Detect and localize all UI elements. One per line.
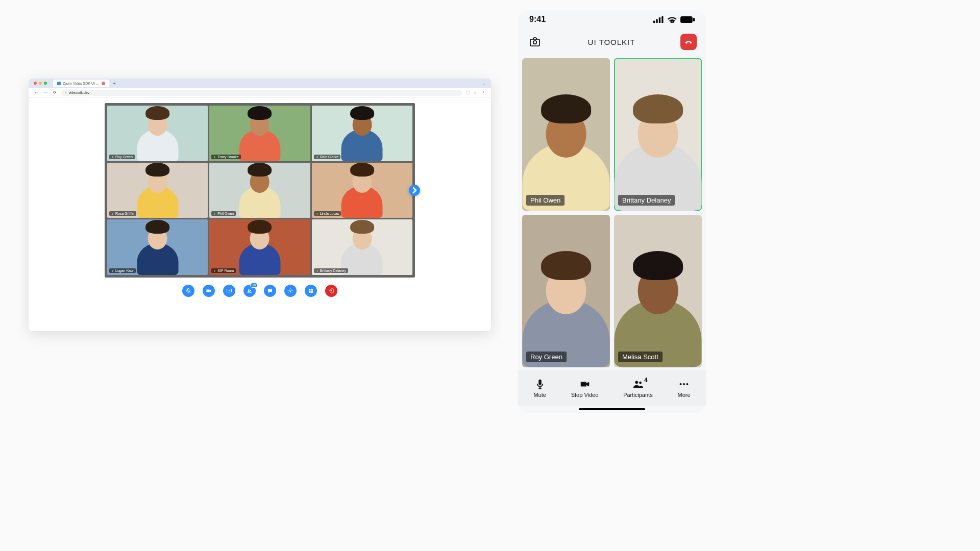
svg-rect-14 xyxy=(530,39,540,46)
svg-rect-12 xyxy=(680,16,693,23)
flip-camera-button[interactable] xyxy=(527,34,543,49)
svg-rect-6 xyxy=(309,291,311,293)
chat-button[interactable] xyxy=(264,285,276,297)
svg-rect-16 xyxy=(538,380,542,385)
stop-video-button[interactable]: Stop Video xyxy=(571,379,599,398)
mic-status-icon xyxy=(111,269,114,272)
participant-name: Logan Kaur xyxy=(115,269,134,272)
phone-video-tile[interactable]: Melisa Scott xyxy=(614,215,702,367)
participants-button-mobile[interactable]: 4 Participants xyxy=(623,379,652,398)
share-screen-button[interactable] xyxy=(223,285,235,297)
participant-name: Roy Green xyxy=(115,155,133,159)
mic-status-icon xyxy=(316,156,318,158)
browser-address-bar: ← → ⟳ ▫ videosdk.dev ⬚ ☆ ⋮ xyxy=(29,88,491,98)
bookmark-star-icon[interactable]: ☆ xyxy=(473,90,477,95)
svg-rect-7 xyxy=(311,291,313,293)
chat-icon xyxy=(267,288,273,294)
participant-name-tag: Brittany Delaney xyxy=(314,268,348,273)
view-layout-button[interactable] xyxy=(305,285,317,297)
forward-button[interactable]: → xyxy=(43,90,48,95)
chevron-right-icon xyxy=(409,185,420,196)
back-button[interactable]: ← xyxy=(34,90,39,95)
stop-video-label: Stop Video xyxy=(571,392,599,398)
mic-status-icon xyxy=(213,269,216,272)
browser-tab[interactable]: Zoom Video SDK UI tool… xyxy=(53,80,109,87)
phone-video-tile[interactable]: Roy Green xyxy=(522,215,610,367)
svg-rect-5 xyxy=(311,289,313,291)
mic-status-icon xyxy=(316,212,318,215)
install-app-icon[interactable]: ⬚ xyxy=(466,90,470,95)
tab-title: Zoom Video SDK UI tool… xyxy=(63,82,100,85)
svg-rect-11 xyxy=(662,16,663,23)
mic-toggle-button[interactable] xyxy=(182,285,194,297)
participants-label: Participants xyxy=(623,392,652,398)
settings-button[interactable] xyxy=(284,285,297,297)
gear-icon xyxy=(287,288,293,294)
video-grid-container: Roy Green Tracy Brooke Dale Clarke xyxy=(105,103,415,278)
participant-name-tag: Roy Green xyxy=(109,155,135,159)
call-controls: 10 xyxy=(182,285,337,297)
video-tile[interactable]: Roy Green xyxy=(107,106,208,161)
participant-name: Tracy Brooke xyxy=(217,155,238,159)
video-tile[interactable]: Logan Kaur xyxy=(107,219,208,275)
mute-button[interactable]: Mute xyxy=(533,379,546,398)
camera-toggle-button[interactable] xyxy=(203,285,215,297)
browser-content: Roy Green Tracy Brooke Dale Clarke xyxy=(29,98,491,331)
more-icon xyxy=(678,379,690,390)
hangup-icon xyxy=(684,37,693,46)
participant-name-tag: Phil Owen xyxy=(211,211,236,216)
participants-count: 4 xyxy=(644,377,648,384)
video-tile[interactable]: Phil Owen xyxy=(209,163,310,218)
mic-status-icon xyxy=(316,269,318,272)
participant-name-tag: Tracy Brooke xyxy=(211,155,240,159)
browser-window: Zoom Video SDK UI tool… + ⌄ ← → ⟳ ▫ vide… xyxy=(29,79,491,331)
phone-header: UI TOOLKIT xyxy=(518,29,706,55)
browser-menu-icon[interactable]: ⋮ xyxy=(481,90,486,95)
participant-count-badge: 10 xyxy=(250,283,258,288)
hangup-button[interactable] xyxy=(680,34,697,50)
tabs-overflow-icon[interactable]: ⌄ xyxy=(482,81,486,86)
participant-name-tag: Logan Kaur xyxy=(109,268,136,273)
svg-point-15 xyxy=(533,41,536,44)
close-window-icon[interactable] xyxy=(34,82,37,85)
video-tile[interactable]: Dale Clarke xyxy=(312,106,412,161)
more-label: More xyxy=(677,392,690,398)
phone-title: UI TOOLKIT xyxy=(588,38,635,46)
minimize-window-icon[interactable] xyxy=(39,82,42,85)
next-page-button[interactable] xyxy=(409,185,420,196)
svg-point-18 xyxy=(639,382,642,384)
svg-point-1 xyxy=(248,289,250,291)
video-tile[interactable]: SIP Room xyxy=(209,219,310,275)
video-tile[interactable]: Rosa Griffin xyxy=(107,163,208,218)
mic-icon xyxy=(534,379,546,390)
maximize-window-icon[interactable] xyxy=(44,82,47,85)
participants-icon xyxy=(247,288,253,294)
new-tab-button[interactable]: + xyxy=(111,81,117,86)
participant-name: Phil Owen xyxy=(526,195,565,206)
tab-close-icon[interactable] xyxy=(102,82,105,85)
participant-name-tag: SIP Room xyxy=(211,268,236,273)
svg-point-3 xyxy=(290,290,291,292)
mic-status-icon xyxy=(111,156,114,158)
site-info-icon: ▫ xyxy=(65,91,66,94)
video-tile[interactable]: Tracy Brooke xyxy=(209,106,310,161)
reload-button[interactable]: ⟳ xyxy=(52,90,57,95)
svg-rect-4 xyxy=(309,289,311,291)
mic-status-icon xyxy=(111,212,114,215)
participant-name: Phil Owen xyxy=(217,212,234,215)
address-input[interactable]: ▫ videosdk.dev xyxy=(61,90,462,96)
browser-tabbar: Zoom Video SDK UI tool… + ⌄ xyxy=(29,79,491,88)
participants-button[interactable]: 10 xyxy=(243,285,256,297)
phone-video-tile[interactable]: Brittany Delaney xyxy=(614,58,702,211)
video-tile[interactable]: Linda Lucas xyxy=(312,163,412,218)
more-button[interactable]: More xyxy=(677,379,690,398)
video-tile[interactable]: Brittany Delaney xyxy=(312,219,412,275)
phone-bottom-bar: Mute Stop Video 4 Participants More xyxy=(518,370,706,406)
home-indicator[interactable] xyxy=(579,408,645,410)
leave-call-button[interactable] xyxy=(325,285,337,297)
participant-name: Roy Green xyxy=(526,352,567,362)
participant-name: Linda Lucas xyxy=(320,212,339,215)
participant-name: Melisa Scott xyxy=(618,352,663,362)
phone-frame: 9:41 UI TOOLKIT Phil Owen Brittany Delan… xyxy=(518,10,706,413)
phone-video-tile[interactable]: Phil Owen xyxy=(522,58,610,211)
